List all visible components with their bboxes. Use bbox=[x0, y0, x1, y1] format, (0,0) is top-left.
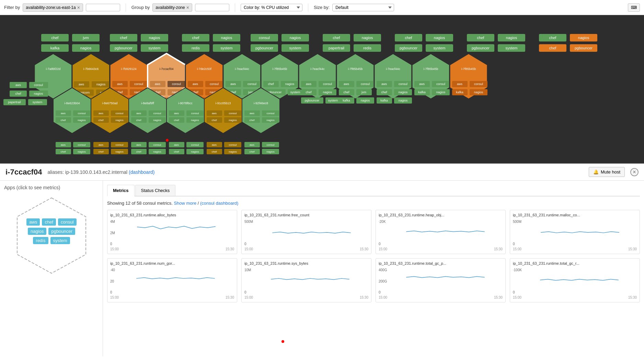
svg-text:kafka: kafka bbox=[343, 99, 350, 102]
svg-text:pgbouncer: pgbouncer bbox=[115, 46, 133, 50]
svg-text:chef: chef bbox=[98, 150, 104, 153]
keyboard-icon[interactable]: ⌨ bbox=[628, 3, 640, 12]
group-separator bbox=[235, 3, 235, 12]
svg-text:consul: consul bbox=[172, 82, 181, 86]
mute-host-button[interactable]: 🔔 Mute host bbox=[589, 167, 625, 177]
bell-icon: 🔔 bbox=[593, 169, 599, 175]
svg-text:aws: aws bbox=[212, 143, 217, 146]
x-label-end-1: 15:30 bbox=[226, 247, 234, 251]
svg-text:chef: chef bbox=[405, 36, 413, 40]
svg-text:chef: chef bbox=[211, 119, 217, 122]
svg-text:nagios: nagios bbox=[434, 36, 445, 40]
metric-chart-8: ·100K 0 bbox=[513, 267, 637, 295]
x-label-end-7: 15:30 bbox=[494, 296, 503, 299]
group-input[interactable] bbox=[195, 4, 229, 11]
app-tag-chef[interactable]: chef bbox=[42, 218, 56, 226]
group-tag: availability-zone × bbox=[152, 3, 192, 12]
x-labels-2: 15:00 15:30 bbox=[244, 247, 368, 251]
svg-text:consul: consul bbox=[115, 143, 123, 146]
y-label-bot-3: 0 bbox=[379, 242, 386, 246]
svg-text:nagios: nagios bbox=[34, 92, 43, 95]
metric-chart-4: 500M 0 bbox=[513, 219, 637, 247]
svg-text:nagios: nagios bbox=[290, 36, 301, 40]
metric-card-3: ip_10_231_63_231.runtime.heap_obj... ·20… bbox=[376, 210, 506, 254]
svg-text:i-7f85b45b: i-7f85b45b bbox=[424, 67, 438, 71]
y-label-top-2: 500M bbox=[244, 220, 253, 224]
y-label-mid-5: 20 bbox=[110, 279, 115, 283]
consul-dashboard-link[interactable]: (consul dashboard) bbox=[200, 201, 238, 206]
alias-text: ip-139.100.0.143.ec2.internal bbox=[65, 169, 127, 175]
y-labels-5: ·40 20 0 bbox=[110, 267, 115, 295]
y-label-mid-7: 200G bbox=[379, 279, 387, 283]
svg-text:chef: chef bbox=[51, 36, 59, 40]
svg-text:consul: consul bbox=[323, 82, 332, 86]
svg-text:i-8e623b04: i-8e623b04 bbox=[64, 101, 80, 105]
group-tag-remove[interactable]: × bbox=[186, 5, 189, 10]
filter-tag-remove[interactable]: × bbox=[77, 5, 80, 10]
svg-text:papertrail: papertrail bbox=[329, 46, 344, 50]
svg-text:pgbouncer: pgbouncer bbox=[305, 99, 320, 102]
app-tag-aws[interactable]: aws bbox=[26, 218, 40, 226]
tab-status-checks[interactable]: Status Checks bbox=[135, 185, 176, 196]
app-tag-nagios[interactable]: nagios bbox=[28, 228, 46, 235]
svg-text:i-92f46ec8: i-92f46ec8 bbox=[254, 101, 268, 105]
hex-map: chef jvm chef nagios chef nagios consul … bbox=[0, 15, 644, 163]
tab-metrics[interactable]: Metrics bbox=[107, 185, 135, 196]
svg-text:aws: aws bbox=[174, 112, 179, 115]
metrics-grid: ip_10_231_63_231.runtime.alloc_bytes 4M … bbox=[107, 210, 640, 302]
svg-text:kafka: kafka bbox=[418, 91, 426, 94]
svg-text:aws: aws bbox=[250, 112, 254, 115]
y-label-top-3: ·20K bbox=[379, 220, 386, 224]
y-label-top-8: ·100K bbox=[513, 268, 522, 272]
svg-text:kafka: kafka bbox=[456, 91, 463, 94]
svg-text:pgbouncer: pgbouncer bbox=[400, 46, 417, 50]
chart-svg-8 bbox=[513, 267, 637, 295]
filter-input[interactable] bbox=[86, 4, 120, 11]
color-separator bbox=[308, 3, 308, 12]
showing-text: Showing 12 of 58 consul metrics. bbox=[107, 201, 173, 206]
svg-text:aws: aws bbox=[15, 83, 21, 87]
svg-text:system: system bbox=[506, 46, 518, 50]
svg-text:chef: chef bbox=[549, 46, 557, 50]
svg-text:chef: chef bbox=[60, 119, 66, 122]
app-tag-redis[interactable]: redis bbox=[33, 237, 48, 244]
svg-text:aws: aws bbox=[61, 143, 66, 146]
svg-text:i-7b929124: i-7b929124 bbox=[121, 67, 136, 71]
svg-text:consul: consul bbox=[229, 112, 237, 115]
y-label-bot-1: 0 bbox=[110, 242, 115, 246]
panel-header: i-7ccacf04 aliases: ip-139.100.0.143.ec2… bbox=[0, 164, 644, 181]
dashboard-link[interactable]: (dashboard) bbox=[129, 169, 155, 175]
x-labels-3: 15:00 15:30 bbox=[379, 247, 503, 251]
svg-text:nagios: nagios bbox=[506, 36, 517, 40]
svg-text:nagios: nagios bbox=[115, 150, 124, 153]
app-tag-consul[interactable]: consul bbox=[58, 218, 77, 226]
app-tag-pgbouncer[interactable]: pgbouncer bbox=[48, 228, 75, 235]
svg-text:nagios: nagios bbox=[266, 119, 275, 122]
svg-text:i-7eacf44c: i-7eacf44c bbox=[386, 67, 400, 71]
filter-tag-az: availability-zone:us-east-1a × bbox=[23, 3, 83, 12]
svg-text:system: system bbox=[221, 46, 233, 50]
metric-title-7: ip_10_231_63_231.runtime.total_gc_p... bbox=[379, 261, 503, 265]
svg-text:nagios: nagios bbox=[436, 91, 446, 94]
app-tag-system[interactable]: system bbox=[50, 237, 70, 244]
chart-svg-2 bbox=[244, 219, 368, 247]
color-select[interactable]: Color by: % CPU utilized bbox=[241, 4, 302, 11]
svg-text:i-7f85b45b: i-7f85b45b bbox=[348, 67, 363, 71]
x-label-end-2: 15:30 bbox=[360, 247, 368, 251]
show-more-link[interactable]: Show more bbox=[174, 201, 196, 206]
metric-title-4: ip_10_231_63_231.runtime.malloc_co... bbox=[513, 213, 637, 217]
svg-text:aws: aws bbox=[306, 82, 312, 86]
x-labels-7: 15:00 15:30 bbox=[379, 296, 503, 299]
close-panel-button[interactable]: × bbox=[630, 168, 639, 176]
y-label-top-1: 4M bbox=[110, 220, 115, 224]
svg-text:chef: chef bbox=[477, 36, 485, 40]
svg-text:nagios: nagios bbox=[78, 119, 86, 122]
x-label-end-6: 15:30 bbox=[360, 296, 368, 299]
svg-text:consul: consul bbox=[248, 82, 256, 86]
svg-text:nagios: nagios bbox=[153, 150, 161, 153]
y-labels-8: ·100K 0 bbox=[513, 267, 522, 295]
svg-text:i-7a8bf22d: i-7a8bf22d bbox=[46, 67, 61, 71]
size-select[interactable]: Default bbox=[332, 4, 394, 11]
y-labels-1: 4M 2M 0 bbox=[110, 219, 115, 247]
y-label-bot-6: 0 bbox=[244, 290, 251, 294]
